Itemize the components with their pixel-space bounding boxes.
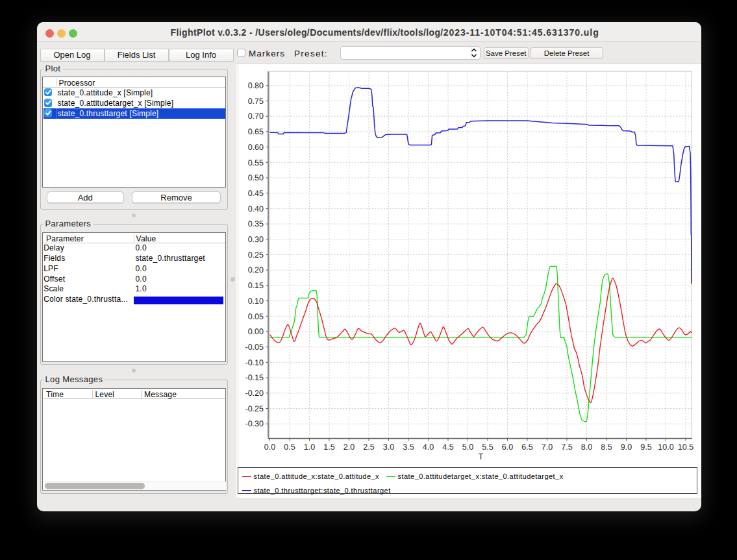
svg-text:0.30: 0.30 bbox=[248, 235, 264, 244]
svg-text:-0.15: -0.15 bbox=[245, 373, 264, 382]
svg-text:-0.05: -0.05 bbox=[245, 343, 264, 352]
svg-text:0.45: 0.45 bbox=[248, 189, 264, 198]
svg-text:2.0: 2.0 bbox=[344, 443, 355, 452]
svg-text:0.20: 0.20 bbox=[248, 265, 264, 274]
svg-text:9.5: 9.5 bbox=[640, 443, 651, 452]
svg-text:7.5: 7.5 bbox=[561, 443, 572, 452]
svg-text:0.00: 0.00 bbox=[248, 327, 264, 336]
svg-text:0.70: 0.70 bbox=[248, 112, 264, 121]
svg-text:4.0: 4.0 bbox=[423, 443, 434, 452]
svg-text:0.35: 0.35 bbox=[248, 219, 264, 228]
svg-text:0.10: 0.10 bbox=[248, 297, 264, 306]
svg-text:T: T bbox=[479, 452, 484, 461]
svg-text:3.5: 3.5 bbox=[403, 443, 414, 452]
svg-text:0.40: 0.40 bbox=[248, 204, 264, 213]
svg-text:0.5: 0.5 bbox=[284, 443, 295, 452]
svg-text:4.5: 4.5 bbox=[442, 443, 453, 452]
svg-text:-0.10: -0.10 bbox=[245, 358, 264, 367]
svg-text:0.50: 0.50 bbox=[248, 173, 264, 182]
svg-text:10.0: 10.0 bbox=[658, 443, 673, 452]
svg-text:6.5: 6.5 bbox=[521, 443, 532, 452]
svg-text:0.0: 0.0 bbox=[264, 443, 275, 452]
svg-text:10.5: 10.5 bbox=[678, 443, 693, 452]
svg-text:1.0: 1.0 bbox=[304, 443, 315, 452]
svg-text:9.0: 9.0 bbox=[621, 443, 632, 452]
svg-text:-0.20: -0.20 bbox=[245, 389, 264, 398]
svg-text:-0.30: -0.30 bbox=[245, 419, 264, 428]
svg-text:0.80: 0.80 bbox=[248, 81, 264, 90]
svg-text:0.05: 0.05 bbox=[248, 312, 264, 321]
svg-text:0.60: 0.60 bbox=[248, 143, 264, 152]
svg-text:8.5: 8.5 bbox=[601, 443, 612, 452]
svg-text:0.55: 0.55 bbox=[248, 158, 264, 167]
svg-text:0.75: 0.75 bbox=[248, 97, 264, 106]
svg-text:1.5: 1.5 bbox=[323, 443, 334, 452]
svg-text:0.15: 0.15 bbox=[248, 281, 264, 290]
svg-text:3.0: 3.0 bbox=[383, 443, 394, 452]
svg-text:6.0: 6.0 bbox=[502, 443, 513, 452]
svg-text:0.65: 0.65 bbox=[248, 127, 264, 136]
svg-text:-0.25: -0.25 bbox=[245, 404, 264, 413]
svg-text:0.25: 0.25 bbox=[248, 250, 264, 260]
svg-text:2.5: 2.5 bbox=[363, 443, 374, 452]
svg-text:5.5: 5.5 bbox=[482, 443, 493, 452]
svg-text:8.0: 8.0 bbox=[581, 443, 592, 452]
svg-text:7.0: 7.0 bbox=[542, 443, 553, 452]
svg-text:5.0: 5.0 bbox=[462, 443, 473, 452]
